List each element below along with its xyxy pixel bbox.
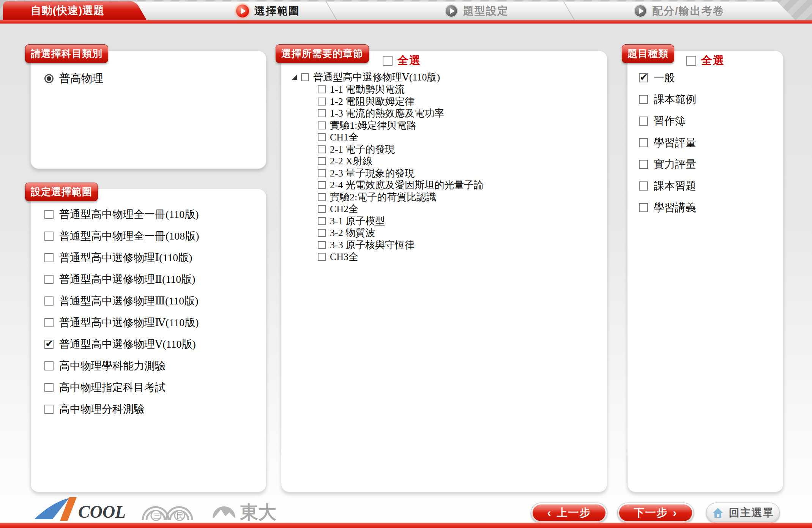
tree-item-label[interactable]: 2-3 量子現象的發現 [330, 167, 415, 180]
tree-item-label[interactable]: 實驗2:電子的荷質比認識 [330, 191, 436, 204]
chapter-tree-row[interactable]: 3-1 原子模型 [318, 215, 600, 227]
tree-expand-icon[interactable] [292, 75, 297, 80]
tree-item-label[interactable]: 3-3 原子核與守恆律 [330, 238, 415, 252]
range-checkbox-row[interactable]: 普通型高中物理全一冊(108版) [44, 225, 199, 247]
checkbox-label[interactable]: 高中物理指定科目考試 [59, 380, 166, 395]
checkbox-label[interactable]: 實力評量 [654, 157, 696, 172]
checkbox-label[interactable]: 普通型高中物理全一冊(108版) [59, 229, 199, 243]
range-checkbox-row[interactable]: 普通型高中選修物理Ⅱ(110版) [44, 268, 199, 290]
range-checkbox-row[interactable]: 普通型高中選修物理Ⅲ(110版) [44, 290, 199, 312]
chapter-tree-row[interactable]: 實驗1:姆定律與電路 [318, 120, 600, 132]
tree-item-label[interactable]: 2-1 電子的發現 [330, 143, 395, 156]
checkbox-label[interactable]: 普通型高中選修物理Ⅳ(110版) [59, 315, 199, 330]
checkbox[interactable] [318, 253, 326, 261]
chapter-select-all[interactable]: 全選 [383, 53, 421, 68]
tree-item-label[interactable]: CH1全 [330, 131, 358, 144]
tree-item-label[interactable]: 實驗1:姆定律與電路 [330, 119, 416, 132]
chapter-tree-row[interactable]: 3-3 原子核與守恆律 [318, 239, 600, 251]
range-checkbox-row[interactable]: 普通型高中選修物理Ⅰ(110版) [44, 247, 199, 268]
chapter-tree-row[interactable]: 實驗2:電子的荷質比認識 [318, 191, 600, 203]
tree-item-label[interactable]: 2-4 光電效應及愛因斯坦的光量子論 [330, 178, 484, 192]
select-all-label[interactable]: 全選 [397, 53, 421, 68]
checkbox-label[interactable]: 普通型高中選修物理Ⅲ(110版) [59, 294, 199, 308]
checkbox[interactable] [639, 181, 648, 191]
tree-item-label[interactable]: CH3全 [330, 250, 358, 263]
checkbox-label[interactable]: 普通型高中選修物理Ⅴ(110版) [59, 337, 196, 351]
chapter-tree-row[interactable]: CH2全 [318, 203, 600, 215]
chapter-tree-row[interactable]: CH3全 [318, 251, 600, 263]
type-checkbox-row[interactable]: 課本習題 [639, 175, 696, 197]
checkbox[interactable] [318, 205, 326, 213]
home-menu-button[interactable]: 回主選單 [706, 503, 780, 523]
range-checkbox-row[interactable]: 普通型高中選修物理Ⅴ(110版) [44, 333, 199, 355]
checkbox[interactable] [44, 361, 54, 370]
checkbox-label[interactable]: 一般 [654, 71, 675, 85]
tree-item-label[interactable]: 3-2 物質波 [330, 226, 375, 240]
checkbox[interactable] [686, 56, 696, 66]
type-checkbox-row[interactable]: 課本範例 [639, 88, 696, 110]
checkbox[interactable] [44, 318, 54, 327]
checkbox[interactable] [318, 169, 326, 177]
checkbox-label[interactable]: 學習講義 [654, 200, 696, 215]
checkbox[interactable] [44, 296, 54, 306]
checkbox[interactable] [318, 109, 326, 117]
checkbox[interactable] [44, 232, 54, 241]
tree-item-label[interactable]: 3-1 原子模型 [330, 214, 385, 228]
chapter-tree-row[interactable]: 2-3 量子現象的發現 [318, 167, 600, 180]
chapter-tree-row[interactable]: 3-2 物質波 [318, 227, 600, 239]
checkbox[interactable] [318, 193, 326, 201]
chapter-tree-row[interactable]: 2-1 電子的發現 [318, 143, 600, 156]
checkbox-label[interactable]: 學習評量 [654, 136, 696, 150]
tree-item-label[interactable]: 1-1 電動勢與電流 [330, 83, 405, 96]
range-checkbox-row[interactable]: 高中物理指定科目考試 [44, 377, 199, 398]
checkbox[interactable] [318, 181, 326, 189]
checkbox[interactable] [318, 217, 326, 225]
type-checkbox-row[interactable]: 習作簿 [639, 110, 696, 132]
tab-auto-quick-select[interactable]: 自動(快速)選題 [3, 1, 132, 20]
range-checkbox-row[interactable]: 普通型高中物理全一冊(110版) [44, 203, 199, 225]
chapter-tree-row[interactable]: 1-1 電動勢與電流 [318, 84, 600, 96]
checkbox[interactable] [318, 241, 326, 249]
tree-item-label[interactable]: 2-2 X射線 [330, 154, 372, 168]
next-step-button[interactable]: 下一步 › [617, 503, 694, 523]
subject-radio-row[interactable]: 普高物理 [44, 68, 103, 89]
checkbox-label[interactable]: 普通型高中物理全一冊(110版) [59, 207, 199, 222]
checkbox[interactable] [44, 383, 54, 392]
chapter-tree-row[interactable]: CH1全 [318, 131, 600, 143]
checkbox[interactable] [639, 160, 648, 169]
tree-root-label[interactable]: 普通型高中選修物理Ⅴ(110版) [313, 71, 440, 84]
type-select-all[interactable]: 全選 [686, 53, 725, 68]
checkbox[interactable] [639, 117, 648, 126]
tree-item-label[interactable]: 1-2 電阻與歐姆定律 [330, 95, 415, 108]
radio-button[interactable] [44, 74, 54, 83]
checkbox-label[interactable]: 普通型高中選修物理Ⅱ(110版) [59, 272, 196, 287]
checkbox[interactable] [301, 73, 309, 81]
checkbox[interactable] [318, 229, 326, 237]
checkbox-label[interactable]: 普通型高中選修物理Ⅰ(110版) [59, 251, 192, 265]
select-all-label[interactable]: 全選 [701, 53, 725, 68]
checkbox-label[interactable]: 課本範例 [654, 92, 696, 107]
radio-label[interactable]: 普高物理 [59, 71, 103, 86]
type-checkbox-row[interactable]: 一般 [639, 67, 696, 88]
type-checkbox-row[interactable]: 實力評量 [639, 153, 696, 175]
tab-select-range[interactable]: 選擇範圍 [236, 2, 300, 20]
checkbox[interactable] [639, 95, 648, 104]
checkbox[interactable] [44, 405, 54, 414]
checkbox[interactable] [318, 85, 326, 93]
type-checkbox-row[interactable]: 學習講義 [639, 197, 696, 218]
checkbox[interactable] [318, 145, 326, 153]
checkbox[interactable] [318, 133, 326, 141]
chapter-tree-row[interactable]: 1-2 電阻與歐姆定律 [318, 96, 600, 108]
chapter-tree-row[interactable]: 2-2 X射線 [318, 155, 600, 167]
checkbox-label[interactable]: 習作簿 [654, 114, 686, 128]
checkbox-label[interactable]: 高中物理分科測驗 [59, 402, 144, 416]
checkbox[interactable] [383, 56, 393, 66]
checkbox[interactable] [44, 253, 54, 262]
checkbox[interactable] [639, 203, 648, 212]
range-checkbox-row[interactable]: 高中物理學科能力測驗 [44, 355, 199, 377]
checkbox[interactable] [318, 121, 326, 129]
range-checkbox-row[interactable]: 普通型高中選修物理Ⅳ(110版) [44, 312, 199, 333]
checkbox[interactable] [44, 210, 54, 219]
checkbox-label[interactable]: 課本習題 [654, 179, 696, 193]
type-checkbox-row[interactable]: 學習評量 [639, 132, 696, 153]
